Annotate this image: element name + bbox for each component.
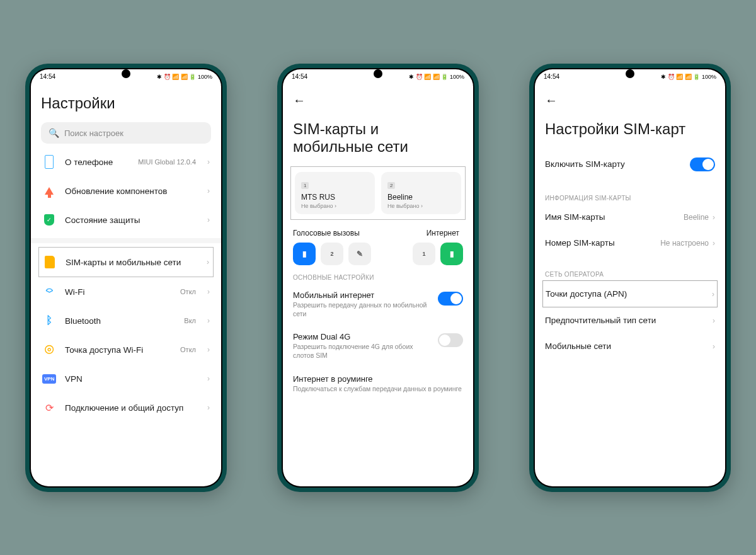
back-button[interactable]: ← (545, 84, 715, 110)
status-right: ✱ ⏰ 📶 📶 🔋 100% (157, 74, 212, 80)
row-label: Точки доступа (APN) (546, 289, 627, 299)
shield-icon: ✓ (42, 213, 56, 227)
voice-sim1-chip[interactable]: ▮ (293, 243, 316, 265)
voice-edit-chip[interactable]: ✎ (348, 243, 371, 265)
row-enable-sim[interactable]: Включить SIM-карту (545, 148, 715, 180)
item-hotspot[interactable]: ⦾ Точка доступа Wi-Fi Откл › (41, 335, 211, 364)
row-preferred-network[interactable]: Предпочтительный тип сети › (545, 307, 715, 333)
item-connection-sharing[interactable]: ⟳ Подключение и общий доступ › (41, 393, 211, 422)
back-button[interactable]: ← (293, 84, 463, 110)
row-label: Мобильные сети (545, 341, 611, 351)
sim-badge: 2 (387, 182, 395, 189)
item-bluetooth[interactable]: ᛒ Bluetooth Вкл › (41, 306, 211, 335)
list-item-sub: MIUI Global 12.0.4 (138, 158, 196, 166)
status-time: 14:54 (40, 73, 55, 80)
list-item-label: SIM-карты и мобильные сети (66, 257, 198, 268)
list-item-label: Состояние защиты (65, 215, 198, 226)
row-label: Имя SIM-карты (545, 212, 605, 222)
voice-sim2-chip[interactable]: 2 (321, 243, 343, 265)
data-sim1-chip[interactable]: 1 (413, 243, 435, 265)
list-item-label: Wi-Fi (65, 287, 171, 298)
toggle-switch[interactable] (690, 157, 715, 171)
sim-name: MTS RUS (301, 193, 369, 202)
column-voice-calls: Голосовые вызовы (293, 229, 373, 237)
page-title: Настройки (41, 94, 211, 113)
chevron-right-icon: › (207, 157, 210, 166)
item-sim-networks[interactable]: SIM-карты и мобильные сети › (38, 247, 214, 277)
search-input[interactable]: 🔍 Поиск настроек (41, 122, 211, 144)
column-internet: Интернет (379, 229, 463, 237)
sim-cards-row: 1 MTS RUS Не выбрано › 2 Beeline Не выбр… (290, 166, 466, 220)
row-sim-number[interactable]: Номер SIM-карты Не настроено › (545, 230, 715, 256)
row-desc: Разрешить подключение 4G для обоих слото… (293, 343, 432, 360)
row-desc: Разрешить передачу данных по мобильной с… (293, 301, 432, 318)
list-item-label: Обновление компонентов (65, 186, 198, 197)
wifi-icon: ⌔ (42, 285, 56, 299)
status-right: ✱ ⏰ 📶 📶 🔋 100% (661, 74, 716, 80)
upload-icon (42, 184, 56, 198)
list-item-sub: Вкл (184, 317, 196, 324)
sim-name: Beeline (387, 193, 455, 202)
list-item-label: Точка доступа Wi-Fi (65, 345, 171, 356)
phone-mockup-3: 14:54 ✱ ⏰ 📶 📶 🔋 100% ← Настройки SIM-кар… (529, 64, 731, 492)
row-sim-name[interactable]: Имя SIM-карты Beeline › (545, 204, 715, 230)
status-right: ✱ ⏰ 📶 📶 🔋 100% (409, 74, 464, 80)
chevron-right-icon: › (713, 316, 715, 325)
chevron-right-icon: › (207, 403, 210, 412)
list-item-label: О телефоне (65, 157, 129, 168)
data-sim2-chip[interactable]: ▮ (440, 243, 463, 265)
status-time: 14:54 (544, 73, 559, 80)
chevron-right-icon: › (207, 258, 209, 266)
row-dual-4g[interactable]: Режим Dual 4G Разрешить подключение 4G д… (293, 325, 463, 367)
sim-badge: 1 (301, 182, 309, 189)
row-roaming[interactable]: Интернет в роуминге Подключаться к служб… (293, 367, 463, 401)
sim-icon (43, 255, 57, 269)
list-item-sub: Откл (180, 346, 196, 353)
divider (31, 238, 221, 243)
vpn-icon: VPN (42, 372, 56, 386)
item-about-phone[interactable]: О телефоне MIUI Global 12.0.4 › (41, 147, 211, 176)
row-label: Предпочтительный тип сети (545, 316, 656, 325)
row-desc: Подключаться к службам передачи данных в… (293, 385, 463, 394)
list-item-label: VPN (65, 374, 198, 385)
row-title: Режим Dual 4G (293, 332, 432, 341)
search-icon: 🔍 (49, 128, 59, 138)
phone-icon (42, 155, 56, 169)
row-value: Не настроено (660, 239, 709, 248)
chevron-right-icon: › (207, 186, 210, 195)
sim-card-2[interactable]: 2 Beeline Не выбрано › (381, 172, 461, 214)
sim-selection: Не выбрано › (301, 203, 369, 209)
toggle-switch[interactable] (438, 333, 463, 347)
phone-mockup-1: 14:54 ✱ ⏰ 📶 📶 🔋 100% Настройки 🔍 Поиск н… (25, 64, 227, 492)
section-label: ИНФОРМАЦИЯ SIM-КАРТЫ (545, 195, 715, 202)
row-label: Номер SIM-карты (545, 238, 615, 248)
toggle-switch[interactable] (438, 292, 463, 306)
row-mobile-networks[interactable]: Мобильные сети › (545, 333, 715, 359)
row-title: Интернет в роуминге (293, 374, 463, 384)
row-apn[interactable]: Точки доступа (APN) › (542, 280, 718, 307)
item-vpn[interactable]: VPN VPN › (41, 364, 211, 393)
chevron-right-icon: › (207, 316, 210, 325)
item-update-components[interactable]: Обновление компонентов › (41, 176, 211, 205)
sim-selection: Не выбрано › (387, 203, 455, 209)
row-title: Мобильный интернет (293, 290, 432, 300)
chevron-right-icon: › (207, 374, 210, 383)
section-label: ОСНОВНЫЕ НАСТРОЙКИ (293, 274, 463, 281)
section-label: СЕТЬ ОПЕРАТОРА (545, 271, 715, 278)
item-wifi[interactable]: ⌔ Wi-Fi Откл › (41, 277, 211, 306)
row-mobile-data[interactable]: Мобильный интернет Разрешить передачу да… (293, 283, 463, 325)
chevron-right-icon: › (712, 290, 714, 299)
bluetooth-icon: ᛒ (42, 314, 56, 328)
list-item-sub: Откл (180, 288, 196, 295)
search-placeholder: Поиск настроек (64, 129, 123, 138)
page-title: SIM-карты и мобильные сети (293, 120, 463, 157)
chevron-right-icon: › (713, 213, 715, 222)
chevron-right-icon: › (713, 342, 715, 351)
page-title: Настройки SIM-карт (545, 120, 715, 139)
share-icon: ⟳ (42, 401, 56, 415)
sim-card-1[interactable]: 1 MTS RUS Не выбрано › (295, 172, 375, 214)
phone-mockup-2: 14:54 ✱ ⏰ 📶 📶 🔋 100% ← SIM-карты и мобил… (277, 64, 479, 492)
hotspot-icon: ⦾ (42, 343, 56, 357)
chevron-right-icon: › (207, 345, 210, 354)
item-security-status[interactable]: ✓ Состояние защиты › (41, 205, 211, 234)
